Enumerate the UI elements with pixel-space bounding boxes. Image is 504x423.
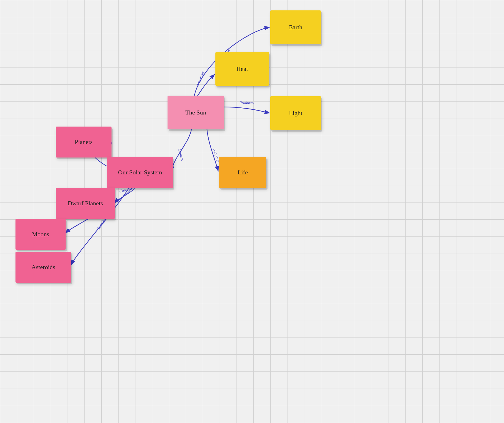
moons-label: Moons — [32, 231, 49, 238]
planets-label: Planets — [75, 138, 93, 146]
the-sun-card[interactable]: The Sun — [168, 96, 224, 129]
dwarf-planets-card[interactable]: Dwarf Planets — [56, 188, 115, 219]
our-solar-system-label: Our Solar System — [118, 169, 162, 176]
svg-text:Contains: Contains — [96, 217, 108, 231]
moons-card[interactable]: Moons — [15, 219, 66, 250]
heat-card[interactable]: Heat — [215, 52, 269, 86]
asteroids-card[interactable]: Asteroids — [15, 252, 71, 283]
earth-card[interactable]: Earth — [270, 10, 321, 44]
svg-text:Produces: Produces — [239, 101, 254, 105]
asteroids-label: Asteroids — [32, 264, 55, 271]
dwarf-planets-label: Dwarf Planets — [68, 200, 103, 207]
light-label: Light — [289, 109, 302, 117]
earth-label: Earth — [289, 24, 302, 31]
life-card[interactable]: Life — [219, 157, 266, 188]
planets-card[interactable]: Planets — [56, 127, 111, 158]
our-solar-system-card[interactable]: Our Solar System — [107, 157, 173, 188]
life-label: Life — [238, 169, 248, 176]
svg-text:Produces: Produces — [195, 71, 205, 86]
light-card[interactable]: Light — [270, 96, 321, 130]
svg-text:Centers: Centers — [177, 148, 185, 161]
the-sun-label: The Sun — [185, 109, 206, 116]
heat-label: Heat — [236, 65, 248, 73]
